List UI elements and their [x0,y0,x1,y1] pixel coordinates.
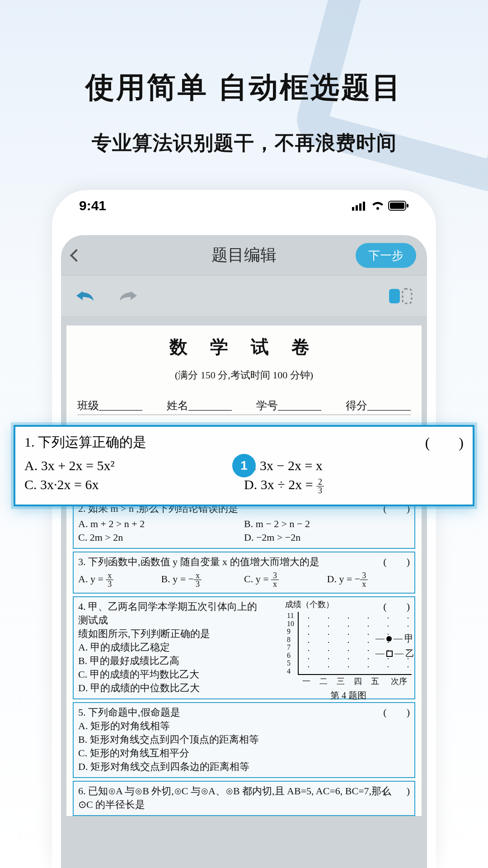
hero-title: 使用简单 自动框选题目 [0,68,488,107]
back-icon[interactable] [70,249,83,261]
hero: 使用简单 自动框选题目 专业算法识别题干，不再浪费时间 [0,0,488,156]
answer-blank: ( ) [383,706,410,719]
q4-optD: D. 甲的成绩的中位数比乙大 [78,681,261,695]
highlighted-question-popout[interactable]: ( ) 1. 下列运算正确的是 A. 3x + 2x = 5x² B. 3x −… [14,425,474,506]
svg-rect-1 [356,205,358,211]
q1-optD: D. 3x ÷ 2x = 23 [244,475,464,496]
q1-stem: 1. 下列运算正确的是 [24,433,464,452]
q3-optB: B. y = −x3 [161,571,244,589]
chart-x-ticks: 一二 三四 五 次序 [298,676,412,687]
q1-optC: C. 3x·2x = 6x [24,475,244,496]
selection-badge-icon: 1 [232,454,256,477]
status-icons [352,201,409,211]
exam-info-row: 班级________ 姓名________ 学号________ 得分_____… [77,398,411,415]
exam-title: 数 学 试 卷 [75,335,413,359]
q3-optC: C. y = 3x [244,571,327,589]
svg-rect-5 [390,203,404,209]
q4-stem-line1: 4. 甲、乙两名同学本学期五次引体向上的测试成 [78,600,261,627]
wifi-icon [371,201,385,211]
phone-frame: 9:41 题目编辑 下一步 数 学 试 卷 (满分 150 分,考试时间 100… [52,190,436,868]
question-5-box[interactable]: ( ) 5. 下列命题中,假命题是 A. 矩形的对角线相等 B. 矩形对角线交点… [73,702,415,778]
app-screen: 题目编辑 下一步 数 学 试 卷 (满分 150 分,考试时间 100 分钟) … [61,235,427,868]
exam-subtitle: (满分 150 分,考试时间 100 分钟) [75,368,413,382]
question-4-box[interactable]: ( ) 4. 甲、乙两名同学本学期五次引体向上的测试成 绩如图所示,下列判断正确… [73,596,415,699]
q6-line2: ⊙C 的半径长是 [78,798,410,811]
redo-icon[interactable] [118,289,139,303]
q5-stem: 5. 下列命题中,假命题是 [78,706,410,719]
svg-rect-7 [389,289,400,303]
svg-rect-2 [359,203,361,211]
q6-stem: 6. 已知⊙A 与⊙B 外切,⊙C 与⊙A、⊙B 都内切,且 AB=5, AC=… [78,784,410,798]
q1-optA: A. 3x + 2x = 5x² [24,456,244,475]
q5-optA: A. 矩形的对角线相等 [78,719,410,733]
chart-caption: 第 4 题图 [285,689,412,702]
svg-rect-8 [403,289,412,303]
answer-blank: ( ) [383,555,410,569]
q2-optC: C. 2m > 2n [78,531,244,544]
q4-optB: B. 甲的最好成绩比乙高 [78,654,261,668]
chart-y-ticks: 1110 98 76 54 [287,612,294,675]
chart-legend: —— 甲 —— 乙 [375,630,414,662]
q5-optB: B. 矩形对角线交点到四个顶点的距离相等 [78,733,410,746]
q4-optA: A. 甲的成绩比乙稳定 [78,641,261,654]
screen-title: 题目编辑 [211,244,277,266]
app-header: 题目编辑 下一步 [61,235,427,276]
toolbar [61,276,427,316]
svg-rect-0 [352,207,354,211]
q4-chart: 成绩（个数） 1110 98 76 54 —— 甲 —— 乙 [285,599,412,702]
svg-rect-3 [363,202,365,211]
status-time: 9:41 [79,198,106,213]
next-button[interactable]: 下一步 [356,243,416,268]
exam-paper: 数 学 试 卷 (满分 150 分,考试时间 100 分钟) 班级_______… [66,326,422,816]
hero-subtitle: 专业算法识别题干，不再浪费时间 [0,130,488,156]
selection-tool-icon[interactable] [388,287,413,305]
q3-stem: 3. 下列函数中,函数值 y 随自变量 x 的值增大而增大的是 [78,555,410,569]
svg-rect-6 [407,204,408,208]
battery-icon [388,201,409,211]
signal-icon [352,201,367,211]
question-6-box[interactable]: ( ) 6. 已知⊙A 与⊙B 外切,⊙C 与⊙A、⊙B 都内切,且 AB=5,… [73,781,415,816]
chart-title: 成绩（个数） [285,599,412,610]
answer-blank: ( ) [383,784,410,798]
q2-optB: B. m − 2 > n − 2 [244,517,410,531]
q3-optD: D. y = −3x [327,571,410,589]
q5-optD: D. 矩形对角线交点到四条边的距离相等 [78,760,410,774]
q5-optC: C. 矩形的对角线互相平分 [78,746,410,760]
status-bar: 9:41 [52,190,436,222]
q2-optD: D. −2m > −2n [244,531,410,544]
q4-optC: C. 甲的成绩的平均数比乙大 [78,668,261,681]
undo-icon[interactable] [75,289,95,303]
q4-stem-line2: 绩如图所示,下列判断正确的是 [78,627,261,641]
q1-optB: B. 3x − 2x = x [244,456,464,475]
q2-optA: A. m + 2 > n + 2 [78,517,244,531]
q3-optA: A. y = x3 [78,571,161,589]
question-3-box[interactable]: ( ) 3. 下列函数中,函数值 y 随自变量 x 的值增大而增大的是 A. y… [73,552,415,594]
answer-blank: ( ) [425,433,464,453]
